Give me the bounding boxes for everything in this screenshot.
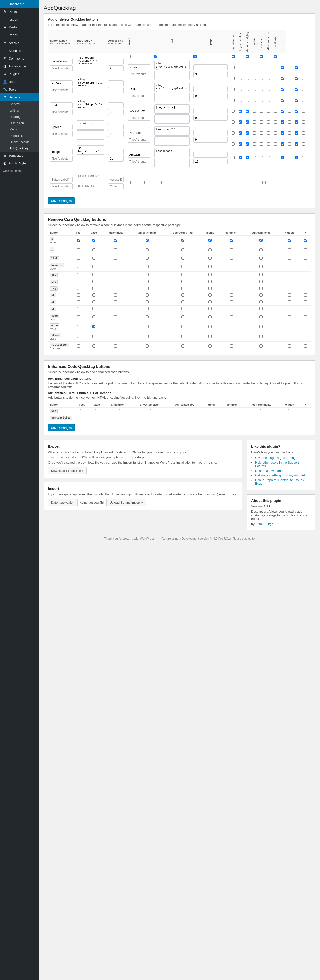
order-input[interactable]: [108, 109, 124, 115]
order-input[interactable]: [193, 115, 228, 121]
enh-check-8[interactable]: [288, 416, 291, 419]
core-check-5[interactable]: [209, 256, 212, 260]
order-input[interactable]: [193, 137, 228, 143]
core-check-9[interactable]: [304, 287, 307, 290]
qt-check-2[interactable]: [246, 88, 249, 91]
new-comment-check[interactable]: [246, 181, 249, 184]
core-check-5[interactable]: [209, 325, 212, 328]
core-check-6[interactable]: [230, 280, 233, 283]
start-tag-textarea[interactable]: <img src="http://playfron: [154, 61, 189, 70]
sidebar-item-templates[interactable]: ▤ Templates: [0, 151, 39, 159]
core-check-9[interactable]: [304, 315, 307, 318]
core-check-3[interactable]: [146, 273, 149, 276]
qt-check-0[interactable]: [232, 142, 235, 146]
qt-check-0[interactable]: [232, 121, 235, 124]
title-input[interactable]: [50, 65, 73, 71]
sidebar-item-tools[interactable]: 🔧 Tools: [0, 86, 39, 93]
qt-check-2[interactable]: [246, 142, 249, 146]
enh-check-6[interactable]: [231, 409, 234, 412]
core-check-5[interactable]: [209, 280, 212, 283]
title-input[interactable]: [50, 131, 73, 137]
core-check-1[interactable]: [92, 315, 96, 318]
qt-check-4[interactable]: [260, 88, 263, 91]
qt-check-7[interactable]: [281, 110, 284, 113]
label-input[interactable]: [50, 124, 73, 130]
end-tag-textarea[interactable]: [76, 87, 104, 96]
order-input[interactable]: [193, 93, 228, 99]
qt-check-0[interactable]: [232, 66, 235, 69]
qt-check-5[interactable]: [267, 66, 270, 69]
like-link[interactable]: Get me something from my wish list.: [255, 474, 306, 477]
start-tag-textarea[interactable]: <img src="http://playfron: [154, 83, 189, 92]
qt-check-3[interactable]: [253, 142, 256, 146]
core-check-4[interactable]: [181, 335, 185, 338]
qt-check-2[interactable]: [246, 99, 249, 102]
core-check-8[interactable]: [288, 325, 291, 328]
qt-check-9[interactable]: [295, 88, 298, 91]
core-check-1[interactable]: [92, 293, 96, 297]
qt-check-4[interactable]: [260, 77, 263, 80]
qt-check-10[interactable]: [302, 66, 305, 69]
new-end-tag-input[interactable]: [76, 183, 104, 192]
core-check-2[interactable]: [114, 280, 117, 283]
core-check-2[interactable]: [114, 344, 117, 348]
sidebar-sub-reading[interactable]: Reading: [7, 114, 39, 120]
enh-check-4[interactable]: [183, 416, 186, 419]
core-check-0[interactable]: [77, 239, 80, 242]
qt-check-3[interactable]: [253, 99, 256, 102]
sidebar-item-plugins[interactable]: ⚙ Plugins: [0, 70, 39, 78]
label-input[interactable]: [127, 108, 150, 114]
core-check-2[interactable]: [114, 307, 117, 310]
qt-check-2[interactable]: [246, 110, 249, 113]
qt-check-2[interactable]: [246, 131, 249, 135]
access-key-input[interactable]: [193, 152, 228, 158]
qt-check-4[interactable]: [260, 156, 263, 159]
qt-check-2[interactable]: [246, 77, 249, 80]
enh-check-7[interactable]: [260, 416, 263, 419]
core-check-2[interactable]: [114, 287, 117, 290]
qt-check-9[interactable]: [295, 131, 298, 135]
core-check-0[interactable]: [77, 315, 80, 318]
qt-check-5[interactable]: [267, 110, 270, 113]
order-input[interactable]: [108, 156, 124, 162]
qt-check-4[interactable]: [260, 121, 263, 124]
access-key-input[interactable]: [193, 108, 228, 114]
qt-check-4[interactable]: [260, 99, 263, 102]
new-widgets-check[interactable]: [279, 181, 282, 184]
core-check-3[interactable]: [146, 344, 149, 348]
core-check-5[interactable]: [209, 287, 212, 290]
core-check-6[interactable]: [230, 293, 233, 297]
core-check-3[interactable]: [146, 293, 149, 297]
core-check-8[interactable]: [288, 273, 291, 276]
new-attachment-check[interactable]: [178, 181, 181, 184]
core-check-1[interactable]: [92, 325, 96, 328]
new-order-input[interactable]: [108, 183, 124, 189]
qt-check-10[interactable]: [302, 110, 305, 113]
core-check-7[interactable]: [260, 315, 263, 318]
qt-check-8[interactable]: [267, 55, 270, 58]
core-check-6[interactable]: [230, 300, 233, 304]
core-check-0[interactable]: [77, 256, 80, 260]
order-input[interactable]: [108, 65, 124, 71]
core-check-4[interactable]: [181, 239, 185, 242]
start-tag-textarea[interactable]: <img src="http://playfron: [76, 99, 104, 108]
enh-check-2[interactable]: [117, 409, 120, 412]
qt-check-10[interactable]: [302, 99, 305, 102]
order-input[interactable]: [108, 131, 124, 137]
label-input[interactable]: [50, 80, 73, 86]
sidebar-sub-writing[interactable]: Writing: [7, 107, 39, 114]
qt-check-9[interactable]: [295, 77, 298, 80]
end-tag-textarea[interactable]: [154, 136, 189, 146]
qt-check-5[interactable]: [267, 77, 270, 80]
qt-check-0[interactable]: [232, 88, 235, 91]
new-page-check[interactable]: [161, 181, 164, 184]
end-tag-textarea[interactable]: [154, 115, 189, 124]
core-check-7[interactable]: [260, 300, 263, 304]
qt-check-0[interactable]: [232, 131, 235, 135]
qt-check-4[interactable]: [260, 66, 263, 69]
end-tag-textarea[interactable]: [76, 155, 104, 164]
sidebar-sub-query-recorder[interactable]: Query Recorder: [7, 139, 39, 145]
enh-check-6[interactable]: [231, 416, 234, 419]
core-check-5[interactable]: [209, 239, 212, 242]
qt-check-10[interactable]: [302, 156, 305, 159]
